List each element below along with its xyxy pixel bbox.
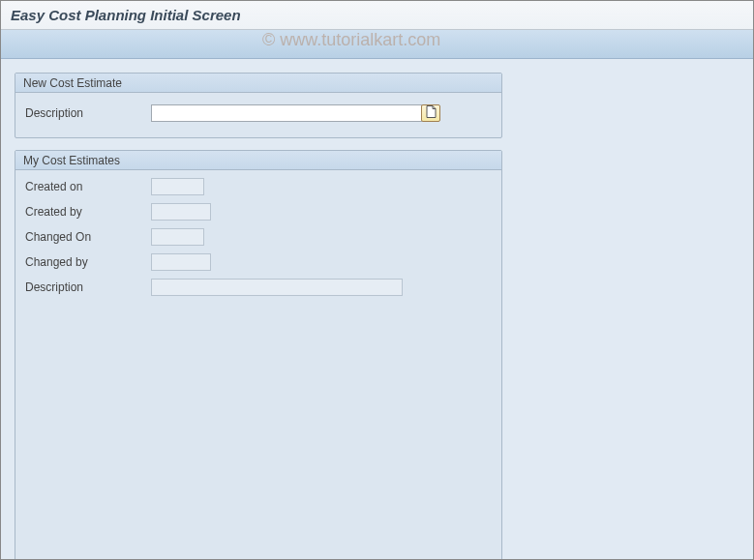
new-cost-estimate-header: New Cost Estimate: [15, 74, 501, 93]
changed-by-label: Changed by: [25, 255, 151, 269]
toolbar: [1, 30, 753, 59]
my-description-label: Description: [25, 280, 151, 294]
changed-on-row: Changed On: [25, 226, 492, 248]
my-cost-estimates-header: My Cost Estimates: [15, 151, 501, 170]
new-cost-estimate-panel: New Cost Estimate Description: [15, 73, 502, 138]
my-description-row: Description: [25, 277, 492, 298]
my-description-input[interactable]: [151, 279, 403, 296]
created-by-label: Created by: [25, 205, 151, 219]
main-area: New Cost Estimate Description: [1, 59, 753, 559]
changed-on-input[interactable]: [151, 228, 204, 246]
created-by-row: Created by: [25, 201, 492, 222]
created-on-input[interactable]: [151, 178, 204, 195]
document-icon: [426, 105, 437, 121]
changed-by-row: Changed by: [25, 251, 492, 273]
created-by-input[interactable]: [151, 203, 211, 221]
title-bar: Easy Cost Planning Initial Screen: [1, 1, 753, 30]
my-cost-estimates-panel: My Cost Estimates Created on Created by …: [15, 150, 502, 560]
page-title: Easy Cost Planning Initial Screen: [11, 7, 743, 23]
created-on-label: Created on: [25, 180, 151, 193]
created-on-row: Created on: [25, 176, 492, 197]
create-button[interactable]: [421, 104, 440, 122]
changed-on-label: Changed On: [25, 230, 151, 244]
description-row: Description: [25, 103, 492, 124]
changed-by-input[interactable]: [151, 253, 211, 271]
description-input[interactable]: [151, 104, 422, 122]
description-label: Description: [25, 106, 151, 120]
